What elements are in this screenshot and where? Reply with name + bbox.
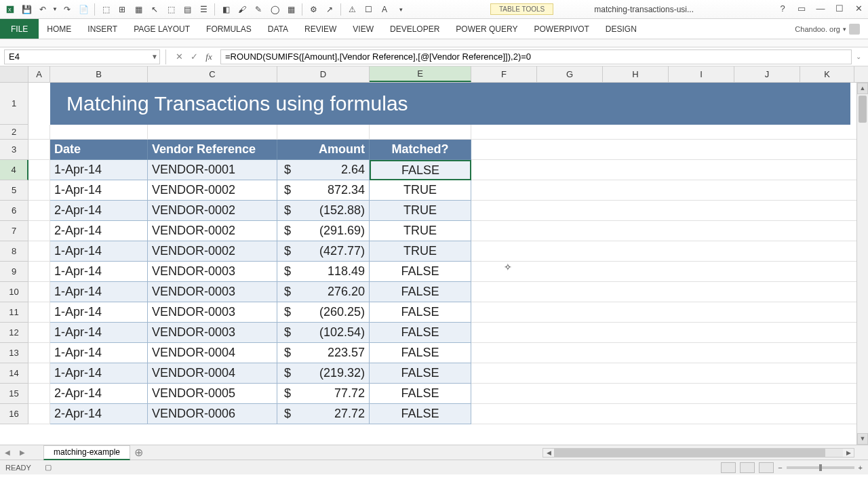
- qat-btn-2[interactable]: ⊞: [115, 2, 130, 17]
- tab-formulas[interactable]: FORMULAS: [198, 19, 260, 39]
- cell-date[interactable]: 2-Apr-14: [50, 221, 148, 241]
- tab-design[interactable]: DESIGN: [597, 19, 645, 39]
- qat-btn-7[interactable]: ☰: [196, 2, 211, 17]
- select-all-corner[interactable]: [0, 66, 28, 82]
- cell-vendor[interactable]: VENDOR-0003: [148, 282, 277, 302]
- cell-matched[interactable]: TRUE: [370, 221, 471, 241]
- cell-vendor[interactable]: VENDOR-0005: [148, 384, 277, 404]
- row-header-16[interactable]: 16: [0, 404, 28, 424]
- col-header-I[interactable]: I: [669, 66, 734, 82]
- spreadsheet-grid[interactable]: 1 Matching Transactions using formulas 2…: [0, 83, 868, 445]
- cell-amount[interactable]: $2.64: [277, 160, 370, 180]
- banner-title[interactable]: Matching Transactions using formulas: [50, 83, 850, 125]
- col-header-G[interactable]: G: [537, 66, 603, 82]
- sheet-nav-prev-icon[interactable]: ◀: [0, 449, 15, 456]
- hscroll-thumb[interactable]: [554, 449, 825, 457]
- pointer-icon[interactable]: ↖: [147, 2, 162, 17]
- cell-matched[interactable]: FALSE: [370, 160, 471, 180]
- qat-btn-5[interactable]: ⬚: [163, 2, 178, 17]
- cell-matched[interactable]: FALSE: [370, 404, 471, 424]
- user-account[interactable]: Chandoo. org ▾: [787, 19, 868, 39]
- col-header-C[interactable]: C: [148, 66, 277, 82]
- cell-amount[interactable]: $77.72: [277, 384, 370, 404]
- hscroll-right-icon[interactable]: ▶: [843, 449, 854, 456]
- tab-view[interactable]: VIEW: [344, 19, 382, 39]
- cell-vendor[interactable]: VENDOR-0003: [148, 262, 277, 282]
- row-header-11[interactable]: 11: [0, 302, 28, 323]
- row-header-8[interactable]: 8: [0, 241, 28, 262]
- col-header-J[interactable]: J: [734, 66, 800, 82]
- cell-matched[interactable]: TRUE: [370, 241, 471, 262]
- cell-date[interactable]: 1-Apr-14: [50, 323, 148, 343]
- row-header-5[interactable]: 5: [0, 180, 28, 201]
- tab-powerpivot[interactable]: POWERPIVOT: [526, 19, 597, 39]
- col-header-K[interactable]: K: [800, 66, 854, 82]
- cell-date[interactable]: 1-Apr-14: [50, 302, 148, 323]
- scroll-down-icon[interactable]: ▼: [857, 433, 868, 445]
- cancel-formula-icon[interactable]: ✕: [172, 52, 186, 62]
- tab-page-layout[interactable]: PAGE LAYOUT: [125, 19, 198, 39]
- help-icon[interactable]: ?: [776, 3, 789, 16]
- cell-amount[interactable]: $(102.54): [277, 323, 370, 343]
- close-icon[interactable]: ✕: [852, 3, 865, 16]
- save-icon[interactable]: 💾: [19, 2, 34, 17]
- cell-vendor[interactable]: VENDOR-0002: [148, 201, 277, 221]
- scroll-up-icon[interactable]: ▲: [857, 83, 868, 94]
- cell-amount[interactable]: $276.20: [277, 282, 370, 302]
- paint-icon[interactable]: 🖌: [235, 2, 250, 17]
- row-header-10[interactable]: 10: [0, 282, 28, 302]
- cell-vendor[interactable]: VENDOR-0001: [148, 160, 277, 180]
- qat-btn-14[interactable]: ↗: [322, 2, 337, 17]
- cell-vendor[interactable]: VENDOR-0003: [148, 323, 277, 343]
- tab-home[interactable]: HOME: [39, 19, 79, 39]
- qat-btn-13[interactable]: ⚙: [306, 2, 321, 17]
- excel-icon[interactable]: X: [3, 2, 18, 17]
- row-header-15[interactable]: 15: [0, 384, 28, 404]
- name-box-dropdown-icon[interactable]: ▼: [151, 53, 158, 60]
- sheet-nav-next-icon[interactable]: ▶: [15, 449, 30, 456]
- row-header-1[interactable]: 1: [0, 83, 28, 125]
- cell-vendor[interactable]: VENDOR-0002: [148, 180, 277, 201]
- view-page-layout-icon[interactable]: [740, 462, 755, 473]
- col-header-H[interactable]: H: [603, 66, 669, 82]
- qat-btn-16[interactable]: ☐: [361, 2, 376, 17]
- qat-btn-17[interactable]: A: [377, 2, 392, 17]
- header-amount[interactable]: Amount: [277, 140, 370, 160]
- cell-amount[interactable]: $118.49: [277, 262, 370, 282]
- cell-date[interactable]: 1-Apr-14: [50, 282, 148, 302]
- undo-dropdown-icon[interactable]: ▼: [52, 2, 58, 17]
- row-header-13[interactable]: 13: [0, 343, 28, 363]
- redo-icon[interactable]: ↷: [60, 2, 75, 17]
- cell-date[interactable]: 1-Apr-14: [50, 241, 148, 262]
- cell-matched[interactable]: FALSE: [370, 282, 471, 302]
- zoom-slider[interactable]: [787, 466, 854, 469]
- row-header-3[interactable]: 3: [0, 140, 28, 160]
- file-tab[interactable]: FILE: [0, 19, 39, 39]
- undo-icon[interactable]: ↶: [35, 2, 50, 17]
- formula-input[interactable]: =ROUND(SUMIFS([Amount],[Vendor Reference…: [220, 49, 852, 64]
- cell-vendor[interactable]: VENDOR-0003: [148, 302, 277, 323]
- sheet-tab[interactable]: matching-example: [43, 445, 130, 460]
- cell-matched[interactable]: TRUE: [370, 201, 471, 221]
- header-date[interactable]: Date: [50, 140, 148, 160]
- fx-icon[interactable]: fx: [201, 52, 216, 62]
- row-header-2[interactable]: 2: [0, 125, 28, 140]
- minimize-icon[interactable]: —: [814, 3, 827, 16]
- shapes-icon[interactable]: ◯: [267, 2, 282, 17]
- tab-insert[interactable]: INSERT: [79, 19, 125, 39]
- cell-date[interactable]: 1-Apr-14: [50, 180, 148, 201]
- qat-btn-10[interactable]: ✎: [251, 2, 266, 17]
- maximize-icon[interactable]: ☐: [833, 3, 846, 16]
- add-sheet-icon[interactable]: ⊕: [130, 446, 146, 459]
- macro-record-icon[interactable]: ▢: [45, 463, 52, 472]
- cell-amount[interactable]: $(152.88): [277, 201, 370, 221]
- zoom-in-icon[interactable]: +: [859, 464, 863, 472]
- ribbon-options-icon[interactable]: ▭: [795, 3, 808, 16]
- cell-date[interactable]: 1-Apr-14: [50, 160, 148, 180]
- horizontal-scrollbar[interactable]: ◀ ▶: [542, 448, 854, 458]
- col-header-A[interactable]: A: [28, 66, 50, 82]
- cell-vendor[interactable]: VENDOR-0002: [148, 241, 277, 262]
- row-header-4[interactable]: 4: [0, 160, 28, 180]
- col-header-E[interactable]: E: [370, 66, 471, 82]
- cell-date[interactable]: 2-Apr-14: [50, 404, 148, 424]
